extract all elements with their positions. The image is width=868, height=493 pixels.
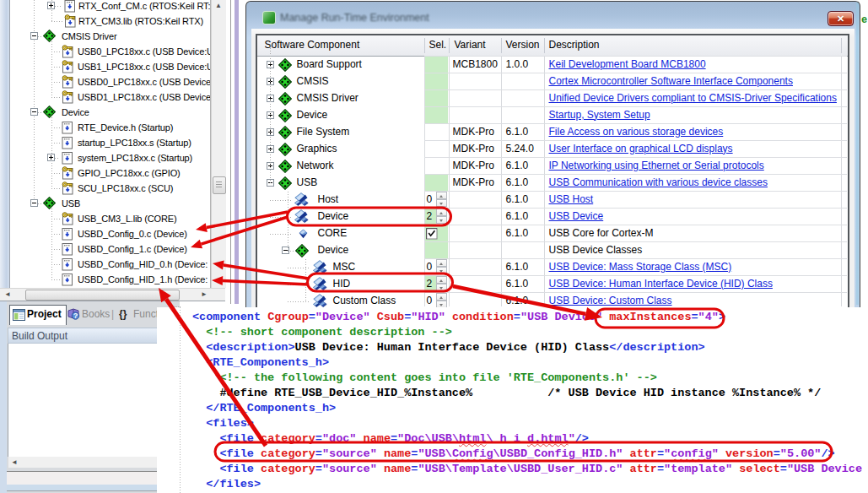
svg-text:?: ? — [73, 312, 78, 320]
